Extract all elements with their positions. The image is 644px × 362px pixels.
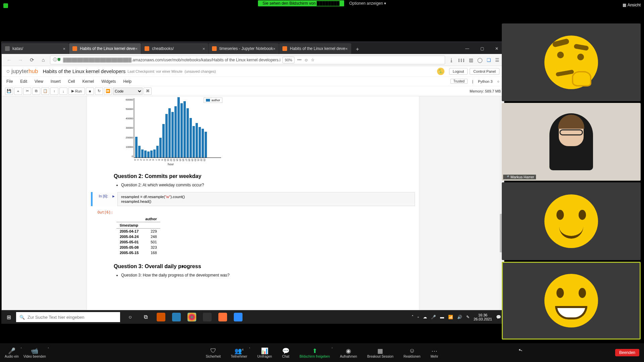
add-cell-button[interactable]: + xyxy=(14,87,22,95)
tab[interactable]: cheatbooks/× xyxy=(141,43,208,54)
chart-output: author 6000050000400003000020000100000 0… xyxy=(87,96,419,169)
start-button[interactable]: ⊞ xyxy=(1,310,16,324)
markdown-cell[interactable]: Question 3: Overall daily progress Quest… xyxy=(87,259,419,280)
audio-button[interactable]: 🎤Audio ein˄ xyxy=(5,347,19,358)
reload-button[interactable]: ⟳ xyxy=(27,55,37,65)
search-input[interactable]: 🔍 Zur Suche Text hier eingeben xyxy=(16,312,120,322)
cortana-icon[interactable]: ○ xyxy=(123,310,137,324)
cut-button[interactable]: ✂ xyxy=(23,87,31,95)
menu-widgets[interactable]: Widgets xyxy=(101,79,116,84)
record-button[interactable]: ◉Aufnahmen xyxy=(340,347,357,358)
menu-cell[interactable]: Cell xyxy=(68,79,75,84)
markdown-cell[interactable]: Question 2: Commits per weekday Question… xyxy=(87,169,419,190)
close-icon[interactable]: × xyxy=(63,46,65,51)
security-button[interactable]: 🛡Sicherheit xyxy=(206,347,221,358)
close-icon[interactable]: × xyxy=(345,46,348,51)
tab[interactable]: Habits of the Linux kernel deve× xyxy=(279,43,351,54)
participants-button[interactable]: 👥4Teilnehmer˄ xyxy=(231,347,247,358)
home-button[interactable]: ⌂ xyxy=(39,55,48,65)
task-view-icon[interactable]: ⧉ xyxy=(139,310,152,324)
save-button[interactable]: 💾 xyxy=(5,87,13,95)
tab[interactable]: Habits of the Linux kernel deve× xyxy=(69,43,141,54)
zoom-badge[interactable]: 90% xyxy=(282,57,294,63)
run-button[interactable]: ▶ Run xyxy=(68,87,85,95)
menu-icon[interactable]: ☰ xyxy=(495,57,499,63)
command-palette-button[interactable]: ⌘ xyxy=(144,87,152,95)
chat-button[interactable]: 💬Chat xyxy=(282,347,289,358)
download-icon[interactable]: ⭳ xyxy=(449,57,454,63)
tray-chevron-icon[interactable]: ˄ xyxy=(412,315,414,319)
end-button[interactable]: Beenden xyxy=(615,349,639,356)
stop-button[interactable]: ■ xyxy=(86,87,94,95)
account-icon[interactable]: ◯ xyxy=(477,57,483,63)
view-button[interactable]: ▦ Ansicht xyxy=(623,3,641,7)
notifications-icon[interactable]: 💬 xyxy=(496,315,501,319)
breakout-button[interactable]: ▦Breakout Session xyxy=(367,347,393,358)
menu-kernel[interactable]: Kernel xyxy=(83,79,94,84)
app-icon[interactable] xyxy=(170,310,183,324)
chart-bar xyxy=(171,112,174,158)
menu-insert[interactable]: Insert xyxy=(51,79,61,84)
minimize-button[interactable]: — xyxy=(460,43,475,54)
notebook-title[interactable]: Habits of the Linux kernel developers xyxy=(43,68,125,74)
close-icon[interactable]: × xyxy=(203,46,205,51)
video-button[interactable]: 📹Video beenden˄ xyxy=(23,347,46,358)
restart-button[interactable]: ↻ xyxy=(95,87,103,95)
maximize-button[interactable]: ▢ xyxy=(475,43,489,54)
menu-help[interactable]: Help xyxy=(123,79,132,84)
reader-icon[interactable]: ☺ xyxy=(304,58,308,62)
library-icon[interactable]: ⫿⫿⫿ xyxy=(458,57,465,63)
sidebar-icon[interactable]: ▥ xyxy=(469,57,473,63)
cell-type-select[interactable]: Code xyxy=(113,87,143,95)
tray-mic-icon[interactable]: 🎤 xyxy=(431,315,436,319)
app-icon[interactable] xyxy=(231,310,245,324)
tray-icon[interactable]: ☁ xyxy=(423,315,427,319)
app-icon[interactable] xyxy=(154,310,168,324)
paste-button[interactable]: 📋 xyxy=(41,87,49,95)
logout-button[interactable]: Logout xyxy=(449,68,468,75)
control-panel-button[interactable]: Control Panel xyxy=(470,68,499,75)
code-input[interactable]: resampled = df.resample("w").count() res… xyxy=(117,192,415,206)
clock[interactable]: 16:3626.03.2021 xyxy=(474,313,492,321)
more-button[interactable]: ⋯Mehr xyxy=(431,347,438,358)
bookmark-icon[interactable]: ☆ xyxy=(311,58,315,62)
participant-tile[interactable] xyxy=(502,23,641,101)
move-down-button[interactable]: ↓ xyxy=(59,87,67,95)
app-icon[interactable] xyxy=(201,310,214,324)
close-icon[interactable]: × xyxy=(273,46,276,51)
tray-icon[interactable]: ▫ xyxy=(418,315,419,319)
app-icon[interactable] xyxy=(216,310,229,324)
menu-view[interactable]: View xyxy=(35,79,43,84)
table-row: 2005-05-08323 xyxy=(116,245,160,250)
app-icon[interactable] xyxy=(185,310,199,324)
tray-wifi-icon[interactable]: 📶 xyxy=(448,315,453,319)
code-cell[interactable]: In [6]: ▶ resampled = df.resample("w").c… xyxy=(91,192,415,206)
share-screen-button[interactable]: ⬆Bildschirm freigeben˄ xyxy=(300,347,330,358)
polls-button[interactable]: 📊Umfragen xyxy=(257,347,272,358)
tray-battery-icon[interactable]: ▬ xyxy=(440,315,444,319)
tray-icon[interactable]: ✎ xyxy=(466,315,470,319)
copy-button[interactable]: ⧉ xyxy=(32,87,40,95)
url-input[interactable]: ⓘ ⛊ ████████████████████████ .amazonaws.… xyxy=(50,56,445,64)
menu-file[interactable]: File xyxy=(6,79,13,84)
restart-run-button[interactable]: ⏩ xyxy=(104,87,112,95)
trusted-badge[interactable]: Trusted xyxy=(450,79,468,84)
kernel-name[interactable]: Python 3 xyxy=(478,79,492,83)
python-icon: 🐍 xyxy=(437,68,444,75)
forward-button[interactable]: → xyxy=(16,55,25,65)
tab[interactable]: timeseries - Jupyter Notebook× xyxy=(209,43,279,54)
menu-edit[interactable]: Edit xyxy=(20,79,27,84)
container-icon[interactable]: ❏ xyxy=(487,57,491,63)
close-icon[interactable]: × xyxy=(135,46,138,51)
participant-tile[interactable] xyxy=(502,182,641,260)
move-up-button[interactable]: ↑ xyxy=(50,87,58,95)
reactions-button[interactable]: ☺Reaktionen xyxy=(404,347,421,358)
back-button[interactable]: ← xyxy=(4,55,14,65)
options-dropdown[interactable]: Optionen anzeigen ▾ xyxy=(349,1,386,6)
participant-tile[interactable] xyxy=(502,262,641,340)
participant-tile[interactable]: 🎤Markus Harrer xyxy=(502,103,641,181)
tab[interactable]: katas/× xyxy=(2,43,69,54)
tray-volume-icon[interactable]: 🔊 xyxy=(457,315,462,319)
new-tab-button[interactable]: + xyxy=(353,45,362,54)
more-icon[interactable]: ••• xyxy=(297,58,302,62)
